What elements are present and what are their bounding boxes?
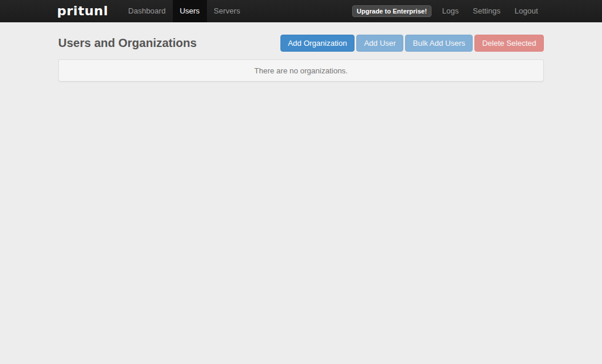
main-container: Users and Organizations Add Organization… <box>58 35 544 82</box>
nav-item-settings[interactable]: Settings <box>466 0 507 22</box>
nav-item-logs[interactable]: Logs <box>435 0 466 22</box>
action-button-group: Add Organization Add User Bulk Add Users… <box>280 35 544 52</box>
nav-item-dashboard[interactable]: Dashboard <box>121 0 173 22</box>
pritunl-logo[interactable]: pritunl <box>57 0 108 22</box>
upgrade-to-enterprise-button[interactable]: Upgrade to Enterprise! <box>352 5 432 17</box>
page-header: Users and Organizations Add Organization… <box>58 35 544 52</box>
delete-selected-button[interactable]: Delete Selected <box>474 35 544 52</box>
nav-item-logout[interactable]: Logout <box>507 0 545 22</box>
add-user-button[interactable]: Add User <box>356 35 403 52</box>
empty-state-message: There are no organizations. <box>255 66 348 75</box>
navbar-left: pritunl Dashboard Users Servers <box>57 0 247 22</box>
organizations-empty-panel: There are no organizations. <box>58 59 544 82</box>
navbar-right: Upgrade to Enterprise! Logs Settings Log… <box>352 0 545 22</box>
nav-item-servers[interactable]: Servers <box>207 0 248 22</box>
top-navbar: pritunl Dashboard Users Servers Upgrade … <box>0 0 602 22</box>
nav-item-users[interactable]: Users <box>173 0 207 22</box>
navbar-inner: pritunl Dashboard Users Servers Upgrade … <box>57 0 545 22</box>
page-title: Users and Organizations <box>58 36 197 50</box>
add-organization-button[interactable]: Add Organization <box>280 35 354 52</box>
bulk-add-users-button[interactable]: Bulk Add Users <box>405 35 473 52</box>
